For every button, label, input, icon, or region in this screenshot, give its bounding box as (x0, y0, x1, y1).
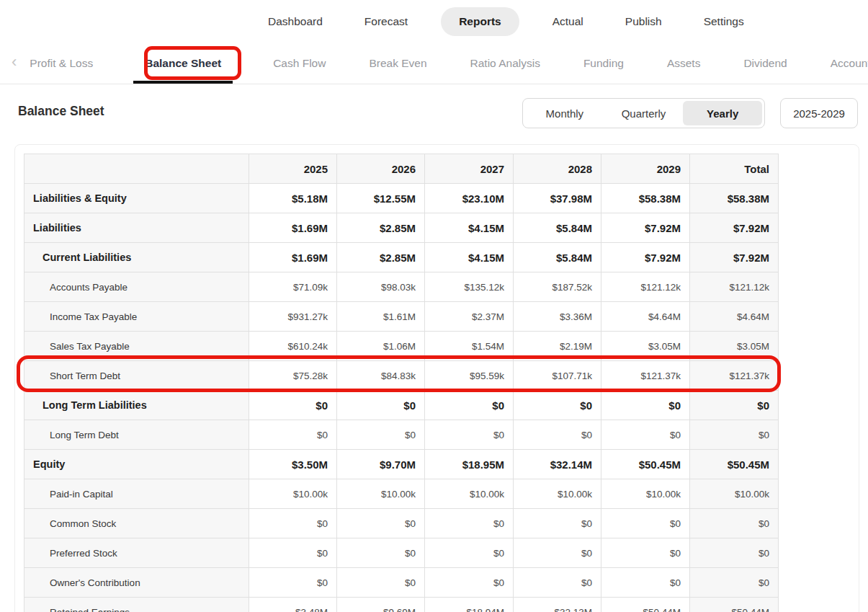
table-row: Preferred Stock$0$0$0$0$0$0 (24, 538, 779, 568)
chevron-left-icon[interactable]: ‹ (0, 53, 27, 74)
row-value: $0 (337, 509, 425, 538)
row-value: $37.98M (514, 184, 601, 213)
row-value: $0 (514, 538, 601, 568)
row-label: Long Term Debt (24, 420, 249, 450)
row-value: $0 (249, 420, 337, 450)
nav-item-reports[interactable]: Reports (441, 7, 519, 36)
tab-accounts[interactable]: Accounts (828, 43, 868, 84)
row-value: $121.12k (601, 272, 690, 302)
row-value: $2.85M (337, 213, 425, 243)
row-value: $121.37k (690, 361, 779, 391)
row-value: $1.61M (337, 302, 425, 332)
row-value: $95.59k (425, 361, 514, 391)
row-value: $0 (601, 391, 690, 420)
column-header-2028: 2028 (514, 154, 601, 184)
row-value: $5.84M (514, 243, 601, 272)
row-value: $0 (337, 420, 425, 450)
tab-dividend[interactable]: Dividend (741, 43, 789, 84)
table-row: Paid-in Capital$10.00k$10.00k$10.00k$10.… (24, 479, 779, 509)
column-header-2027: 2027 (425, 154, 514, 184)
column-header-2026: 2026 (337, 154, 425, 184)
period-option-quarterly[interactable]: Quarterly (604, 101, 684, 125)
tab-funding[interactable]: Funding (581, 43, 627, 84)
row-value: $0 (337, 568, 425, 598)
nav-item-forecast[interactable]: Forecast (364, 15, 408, 28)
row-value: $121.12k (690, 272, 779, 302)
row-label: Common Stock (24, 509, 249, 538)
row-value: $3.05M (690, 332, 779, 361)
table-row: Accounts Payable$71.09k$98.03k$135.12k$1… (24, 272, 779, 302)
row-value: $7.92M (601, 213, 690, 243)
row-value: $5.84M (514, 213, 601, 243)
row-value: $0 (425, 391, 514, 420)
row-value: $2.37M (425, 302, 514, 332)
table-row: Common Stock$0$0$0$0$0$0 (24, 509, 779, 538)
column-header-blank (24, 154, 249, 184)
period-option-yearly[interactable]: Yearly (683, 101, 762, 125)
row-value: $75.28k (249, 361, 337, 391)
row-value: $0 (425, 420, 514, 450)
tab-break-even[interactable]: Break Even (366, 43, 429, 84)
row-value: $121.37k (601, 361, 690, 391)
row-value: $0 (425, 509, 514, 538)
row-value: $50.45M (601, 450, 690, 479)
row-value: $0 (690, 420, 779, 450)
period-option-monthly[interactable]: Monthly (525, 101, 604, 125)
nav-item-dashboard[interactable]: Dashboard (268, 15, 323, 28)
row-value: $0 (690, 391, 779, 420)
row-value: $0 (601, 568, 690, 598)
row-value: $32.13M (514, 598, 601, 612)
row-label: Liabilities (24, 213, 249, 243)
nav-item-publish[interactable]: Publish (625, 15, 662, 28)
row-label: Retained Earnings (24, 598, 249, 612)
row-value: $107.71k (514, 361, 601, 391)
row-value: $7.92M (690, 243, 779, 272)
row-value: $10.00k (514, 479, 601, 509)
row-value: $0 (514, 391, 601, 420)
tab-balance-sheet[interactable]: Balance Sheet (133, 43, 233, 84)
table-row: Income Tax Payable$931.27k$1.61M$2.37M$3… (24, 302, 779, 332)
tab-cash-flow[interactable]: Cash Flow (270, 43, 328, 84)
top-navigation: Dashboard Forecast Reports Actual Publis… (0, 0, 868, 43)
row-value: $4.64M (601, 302, 690, 332)
table-row: Owner's Contribution$0$0$0$0$0$0 (24, 568, 779, 598)
row-value: $0 (514, 509, 601, 538)
table-row: Sales Tax Payable$610.24k$1.06M$1.54M$2.… (24, 332, 779, 361)
column-header-total: Total (690, 154, 779, 184)
row-value: $610.24k (249, 332, 337, 361)
row-value: $0 (249, 391, 337, 420)
table-row: Retained Earnings$3.48M$9.69M$18.94M$32.… (24, 598, 779, 612)
row-label: Liabilities & Equity (24, 184, 249, 213)
row-value: $32.14M (514, 450, 601, 479)
row-value: $58.38M (601, 184, 690, 213)
row-value: $98.03k (337, 272, 425, 302)
row-value: $0 (337, 538, 425, 568)
row-value: $0 (249, 509, 337, 538)
table-row: Liabilities$1.69M$2.85M$4.15M$5.84M$7.92… (24, 213, 779, 243)
row-value: $0 (425, 538, 514, 568)
row-value: $50.44M (601, 598, 690, 612)
row-value: $50.44M (690, 598, 779, 612)
row-value: $0 (601, 420, 690, 450)
row-value: $9.69M (337, 598, 425, 612)
row-label: Accounts Payable (24, 272, 249, 302)
row-value: $931.27k (249, 302, 337, 332)
row-value: $0 (514, 568, 601, 598)
tab-ratio-analysis[interactable]: Ratio Analysis (467, 43, 543, 84)
table-header-row: 2025 2026 2027 2028 2029 Total (24, 154, 779, 184)
table-row: Equity$3.50M$9.70M$18.95M$32.14M$50.45M$… (24, 450, 779, 479)
row-value: $7.92M (690, 213, 779, 243)
row-value: $10.00k (601, 479, 690, 509)
row-label: Long Term Liabilities (24, 391, 249, 420)
year-range-selector[interactable]: 2025-2029 (780, 98, 858, 128)
row-value: $4.64M (690, 302, 779, 332)
row-value: $71.09k (249, 272, 337, 302)
nav-item-actual[interactable]: Actual (552, 15, 583, 28)
nav-item-settings[interactable]: Settings (704, 15, 744, 28)
row-value: $23.10M (425, 184, 514, 213)
row-value: $0 (514, 420, 601, 450)
tab-profit-and-loss[interactable]: Profit & Loss (27, 43, 96, 84)
tab-assets[interactable]: Assets (664, 43, 704, 84)
row-value: $1.06M (337, 332, 425, 361)
row-value: $0 (601, 538, 690, 568)
